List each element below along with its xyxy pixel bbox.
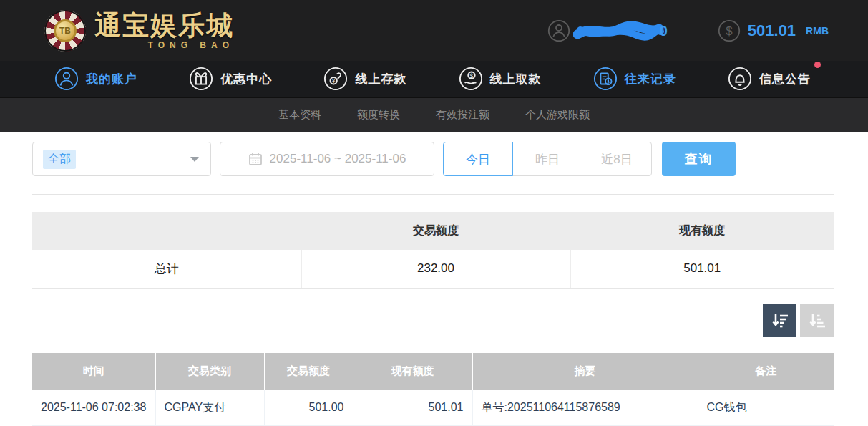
summary-total-label: 总计 [32, 250, 301, 288]
summary-current-amount-value: 501.01 [570, 250, 834, 288]
today-button[interactable]: 今日 [443, 142, 513, 176]
redacted-username-scribble [573, 20, 665, 42]
record-summary: 单号:202511064115876589 [472, 390, 698, 426]
query-button[interactable]: 查询 [662, 142, 736, 176]
balance-display: $ 501.01 RMB [718, 19, 829, 42]
balance-amount: 501.01 [748, 21, 796, 40]
nav-item-withdraw[interactable]: $ 线上取款 [459, 67, 542, 91]
summary-total-row: 总计 232.00 501.01 [32, 250, 834, 288]
nav-label: 线上存款 [355, 71, 406, 87]
svg-text:¥: ¥ [331, 77, 336, 84]
subnav-item-basic-info[interactable]: 基本资料 [278, 108, 321, 122]
nav-label: 往来记录 [625, 71, 676, 87]
record-time: 2025-11-06 07:02:38 [32, 390, 155, 426]
record-row: 2025-11-06 07:02:38 CGPAY支付 501.00 501.0… [32, 390, 834, 426]
main-nav: 我的账户 优惠中心 ¥ 线上存款 $ 线上取款 [0, 61, 868, 98]
records-table: 时间 交易类别 交易额度 现有额度 摘要 备注 2025-11-06 07:02… [32, 353, 834, 426]
record-remark: CG钱包 [698, 390, 834, 426]
date-range-input[interactable]: 2025-11-06 ~ 2025-11-06 [220, 142, 434, 176]
col-header-remark: 备注 [698, 353, 834, 390]
records-header-row: 时间 交易类别 交易额度 现有额度 摘要 备注 [32, 353, 834, 390]
quick-date-button-group: 今日 昨日 近8日 [443, 142, 652, 176]
filter-row: 全部 2025-11-06 ~ 2025-11-06 今日 昨日 近8日 查询 [32, 142, 834, 176]
selected-type-value: 全部 [43, 150, 76, 169]
summary-header-trade-amount: 交易额度 [301, 212, 570, 250]
records-clipboard-icon [593, 67, 618, 91]
chevron-down-icon [190, 157, 199, 162]
casino-chip-icon: TB [44, 10, 86, 52]
account-icon [54, 67, 79, 91]
yesterday-button[interactable]: 昨日 [512, 142, 582, 176]
content-area: 全部 2025-11-06 ~ 2025-11-06 今日 昨日 近8日 查询 [0, 132, 868, 426]
subnav-item-personal-game-limit[interactable]: 个人游戏限额 [525, 108, 590, 122]
sort-ascending-icon [808, 311, 826, 329]
balance-currency: RMB [806, 25, 829, 37]
notification-badge-dot [814, 62, 821, 68]
nav-label: 优惠中心 [220, 71, 272, 87]
brand-name-en: TONG BAO [148, 41, 234, 49]
col-header-transaction-type: 交易类别 [155, 353, 264, 390]
nav-label: 我的账户 [86, 71, 137, 87]
deposit-icon: ¥ [323, 67, 348, 91]
nav-item-announcements[interactable]: 信息公告 [728, 67, 811, 91]
date-range-value: 2025-11-06 ~ 2025-11-06 [270, 152, 406, 166]
chip-monogram: TB [54, 19, 77, 42]
transaction-type-select[interactable]: 全部 [32, 142, 211, 176]
subnav-item-valid-bets[interactable]: 有效投注额 [436, 108, 489, 122]
bell-icon [728, 67, 752, 91]
record-current-amount: 501.01 [353, 390, 472, 426]
user-icon [547, 19, 570, 42]
user-account-display[interactable]: 0 [547, 19, 668, 42]
sort-ascending-button[interactable] [800, 304, 834, 337]
col-header-summary: 摘要 [472, 353, 698, 390]
last-8-days-button[interactable]: 近8日 [582, 142, 652, 176]
nav-item-deposit[interactable]: ¥ 线上存款 [323, 67, 406, 91]
nav-item-transaction-records[interactable]: 往来记录 [593, 67, 676, 91]
subnav-item-quota-transfer[interactable]: 额度转换 [357, 108, 400, 122]
sort-controls [32, 304, 834, 337]
top-header: TB 通宝娱乐城 TONG BAO 0 $ [0, 0, 868, 61]
summary-header-empty [32, 212, 301, 250]
nav-label: 信息公告 [759, 71, 811, 87]
gift-icon [189, 67, 213, 91]
record-transaction-type: CGPAY支付 [155, 390, 264, 426]
username-visible-suffix: 0 [659, 22, 668, 39]
calendar-icon [248, 152, 263, 166]
svg-text:$: $ [726, 24, 733, 38]
summary-header-current-amount: 现有额度 [570, 212, 834, 250]
summary-table: 交易额度 现有额度 总计 232.00 501.01 [32, 212, 834, 289]
col-header-current-amount: 现有额度 [353, 353, 472, 390]
nav-item-promotions[interactable]: 优惠中心 [189, 67, 272, 91]
dollar-coin-icon: $ [718, 19, 741, 42]
record-trade-amount: 501.00 [264, 390, 353, 426]
svg-text:$: $ [469, 72, 473, 79]
section-divider [32, 194, 834, 195]
nav-item-my-account[interactable]: 我的账户 [54, 67, 137, 91]
col-header-time: 时间 [32, 353, 155, 390]
brand-name-cn: 通宝娱乐城 [94, 12, 234, 39]
sort-descending-icon [771, 311, 789, 329]
brand-logo[interactable]: TB 通宝娱乐城 TONG BAO [44, 10, 234, 52]
withdraw-icon: $ [459, 67, 483, 91]
col-header-trade-amount: 交易额度 [264, 353, 353, 390]
nav-label: 线上取款 [490, 71, 542, 87]
sub-nav: 基本资料 额度转换 有效投注额 个人游戏限额 [0, 98, 868, 132]
sort-descending-button[interactable] [763, 304, 796, 337]
summary-trade-amount-value: 232.00 [301, 250, 570, 288]
